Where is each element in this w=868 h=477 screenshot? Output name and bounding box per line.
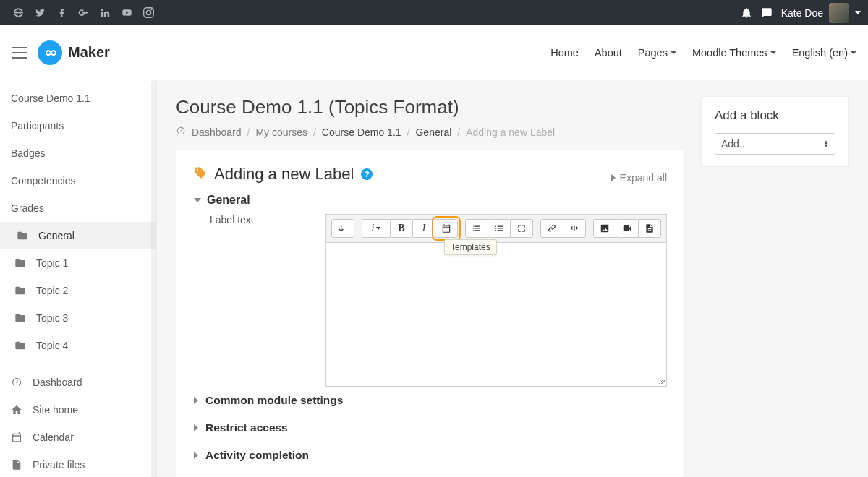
bc-sep: / bbox=[313, 126, 316, 138]
label-text-label: Label text bbox=[210, 214, 311, 225]
section-common-module-settings[interactable]: Common module settings bbox=[194, 387, 667, 414]
sidebar-item-participants[interactable]: Participants bbox=[0, 112, 156, 139]
sidebar-item-label: General bbox=[38, 230, 75, 241]
section-activity-completion[interactable]: Activity completion bbox=[194, 442, 667, 469]
resize-handle[interactable] bbox=[326, 379, 666, 386]
bc-section[interactable]: General bbox=[415, 126, 451, 138]
card-title-text: Adding a new Label bbox=[214, 165, 354, 184]
sidebar-item-sitehome[interactable]: Site home bbox=[0, 396, 156, 424]
label-tag-icon bbox=[194, 165, 207, 184]
user-name: Kate Doe bbox=[781, 7, 823, 19]
toolbar-image-button[interactable] bbox=[593, 219, 616, 238]
toolbar-ol-button[interactable] bbox=[488, 219, 511, 238]
toolbar-italic-button[interactable]: I bbox=[412, 219, 435, 238]
chevron-down-icon bbox=[770, 51, 776, 54]
sidebar: Course Demo 1.1 Participants Badges Comp… bbox=[0, 80, 157, 477]
chevron-right-icon bbox=[611, 174, 616, 181]
brand-logo[interactable]: Maker bbox=[38, 40, 110, 65]
sidebar-item-topic-2[interactable]: Topic 2 bbox=[0, 277, 156, 304]
social-icons bbox=[7, 2, 159, 24]
body: Course Demo 1.1 Participants Badges Comp… bbox=[0, 80, 868, 477]
sidebar-item-general[interactable]: General bbox=[0, 222, 156, 249]
home-icon bbox=[11, 404, 24, 416]
section-general[interactable]: General bbox=[194, 194, 667, 207]
nav-pages[interactable]: Pages bbox=[638, 47, 676, 59]
nav-home[interactable]: Home bbox=[550, 47, 579, 59]
topbar-right: Kate Doe bbox=[741, 3, 861, 23]
page-title: Course Demo 1.1 (Topics Format) bbox=[176, 96, 685, 119]
toolbar-templates-button[interactable] bbox=[435, 219, 458, 238]
add-block-title: Add a block bbox=[715, 108, 835, 123]
form-card: Adding a new Label ? Expand all General … bbox=[176, 150, 685, 477]
bc-mycourses[interactable]: My courses bbox=[255, 126, 307, 138]
sidebar-item-label: Dashboard bbox=[33, 377, 82, 388]
user-menu[interactable]: Kate Doe bbox=[781, 3, 861, 23]
section-tags[interactable]: Tags bbox=[194, 469, 667, 477]
nav-lang-label: English (en) bbox=[792, 47, 848, 59]
editor-wrap: i B I bbox=[326, 214, 667, 387]
sidebar-item-label: Topic 3 bbox=[36, 312, 68, 324]
bc-dashboard[interactable]: Dashboard bbox=[192, 126, 242, 138]
gauge-icon bbox=[11, 377, 24, 388]
globe-icon[interactable] bbox=[7, 2, 29, 24]
toolbar-styles-button[interactable]: i bbox=[362, 219, 391, 238]
instagram-icon[interactable] bbox=[137, 2, 159, 24]
twitter-icon[interactable] bbox=[29, 2, 51, 24]
bc-sep: / bbox=[457, 126, 460, 138]
chevron-down-icon bbox=[851, 51, 856, 54]
toolbar-media-button[interactable] bbox=[616, 219, 639, 238]
calendar-icon bbox=[11, 431, 24, 443]
main-column: Course Demo 1.1 (Topics Format) Dashboar… bbox=[176, 96, 685, 477]
toolbar-manage-files-button[interactable] bbox=[638, 219, 661, 238]
nav-themes[interactable]: Moodle Themes bbox=[692, 47, 776, 59]
section-label: Activity completion bbox=[205, 449, 309, 462]
sidebar-item-topic-1[interactable]: Topic 1 bbox=[0, 249, 156, 277]
messages-icon[interactable] bbox=[761, 7, 773, 19]
notifications-icon[interactable] bbox=[741, 7, 752, 19]
add-block-select[interactable]: Add... ▲▼ bbox=[715, 133, 835, 155]
sidebar-item-competencies[interactable]: Competencies bbox=[0, 167, 156, 194]
sidebar-item-topic-4[interactable]: Topic 4 bbox=[0, 332, 156, 359]
nav-themes-label: Moodle Themes bbox=[692, 47, 767, 59]
sidebar-item-grades[interactable]: Grades bbox=[0, 194, 156, 222]
sidebar-item-label: Private files bbox=[33, 459, 85, 470]
menu-toggle-icon[interactable] bbox=[12, 47, 27, 59]
bc-sep: / bbox=[407, 126, 410, 138]
sidebar-item-topic-3[interactable]: Topic 3 bbox=[0, 304, 156, 332]
chevron-right-icon bbox=[194, 397, 198, 404]
add-block-card: Add a block Add... ▲▼ bbox=[701, 96, 849, 167]
chevron-right-icon bbox=[194, 424, 198, 431]
bc-course[interactable]: Course Demo 1.1 bbox=[322, 126, 401, 138]
linkedin-icon[interactable] bbox=[94, 2, 116, 24]
sidebar-item-privatefiles[interactable]: Private files bbox=[0, 451, 156, 477]
folder-icon bbox=[14, 340, 27, 351]
toolbar-unlink-button[interactable] bbox=[563, 219, 586, 238]
toolbar-link-button[interactable] bbox=[540, 219, 563, 238]
breadcrumb: Dashboard / My courses / Course Demo 1.1… bbox=[176, 126, 685, 138]
chevron-down-icon bbox=[671, 51, 676, 54]
sidebar-item-label: Topic 1 bbox=[36, 257, 68, 269]
section-restrict-access[interactable]: Restrict access bbox=[194, 414, 667, 442]
nav-lang[interactable]: English (en) bbox=[792, 47, 856, 59]
facebook-icon[interactable] bbox=[51, 2, 72, 24]
toolbar-bold-button[interactable]: B bbox=[390, 219, 413, 238]
toolbar-ul-button[interactable] bbox=[465, 219, 488, 238]
chevron-down-icon bbox=[194, 198, 201, 202]
form-row-label-text: Label text i B I bbox=[210, 214, 667, 387]
bc-sep: / bbox=[247, 126, 250, 138]
sidebar-item-calendar[interactable]: Calendar bbox=[0, 424, 156, 451]
nav-about[interactable]: About bbox=[595, 47, 622, 59]
youtube-icon[interactable] bbox=[116, 2, 137, 24]
folder-icon bbox=[14, 312, 27, 324]
toolbar-fullscreen-button[interactable] bbox=[510, 219, 533, 238]
sidebar-item-dashboard[interactable]: Dashboard bbox=[0, 369, 156, 396]
sidebar-item-course[interactable]: Course Demo 1.1 bbox=[0, 85, 156, 112]
toolbar-toggle-button[interactable] bbox=[331, 219, 354, 238]
main-nav: Home About Pages Moodle Themes English (… bbox=[550, 47, 856, 59]
sidebar-item-badges[interactable]: Badges bbox=[0, 139, 156, 167]
select-caret-icon: ▲▼ bbox=[823, 140, 829, 147]
sidebar-item-label: Site home bbox=[33, 404, 78, 416]
chevron-right-icon bbox=[194, 452, 198, 459]
google-plus-icon[interactable] bbox=[72, 2, 94, 24]
label-text-editor[interactable] bbox=[326, 243, 666, 379]
